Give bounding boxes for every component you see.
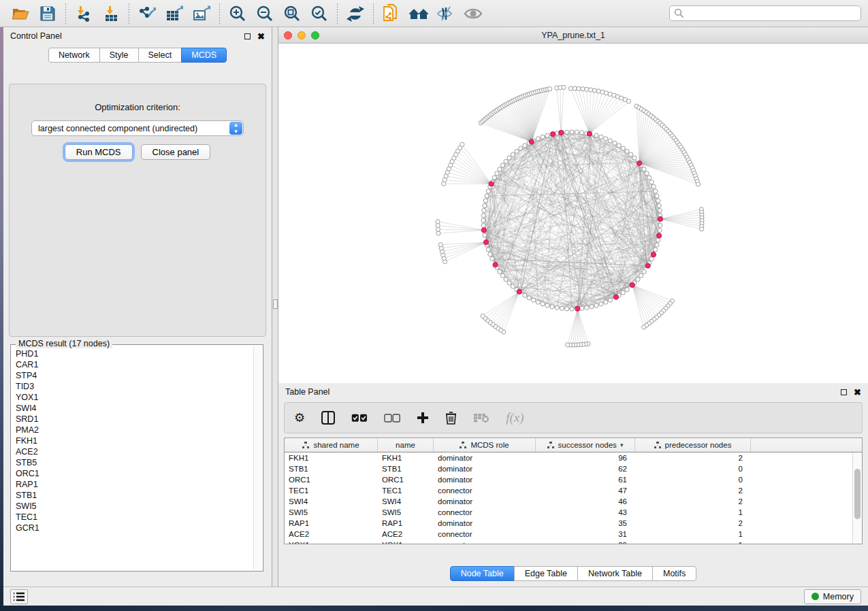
optimization-criterion-select[interactable]: largest connected component (undirected)…: [31, 120, 244, 136]
graph-hub-node[interactable]: [658, 216, 662, 221]
table-cell[interactable]: connector: [434, 540, 536, 544]
table-row[interactable]: FKH1FKH1dominator962: [285, 452, 862, 463]
tab-network[interactable]: Network: [48, 48, 100, 63]
graph-node[interactable]: [655, 243, 659, 247]
table-cell[interactable]: connector: [434, 485, 536, 496]
table-cell[interactable]: RAP1: [378, 518, 434, 529]
table-row[interactable]: STB1STB1dominator620: [285, 463, 862, 474]
tab-style[interactable]: Style: [99, 48, 139, 63]
graph-hub-node[interactable]: [587, 131, 592, 136]
graph-hub-node[interactable]: [645, 263, 650, 268]
graph-node[interactable]: [588, 88, 592, 92]
graph-node[interactable]: [523, 144, 527, 148]
table-cell[interactable]: FKH1: [285, 452, 378, 463]
graph-node[interactable]: [656, 199, 660, 203]
go-home-button[interactable]: [405, 2, 432, 25]
table-cell[interactable]: dominator: [434, 463, 536, 474]
export-image-button[interactable]: [188, 2, 215, 25]
column-header-shared-name[interactable]: shared name: [285, 438, 378, 452]
mcds-result-item[interactable]: SRD1: [16, 414, 253, 425]
graph-node[interactable]: [511, 284, 515, 288]
graph-node[interactable]: [436, 223, 440, 227]
table-row[interactable]: YOX1YOX1connector291: [285, 540, 862, 544]
graph-node[interactable]: [629, 152, 633, 156]
import-network-button[interactable]: [70, 2, 97, 25]
graph-node[interactable]: [483, 203, 487, 208]
mcds-result-item[interactable]: PHD1: [16, 348, 253, 359]
graph-node[interactable]: [649, 180, 654, 184]
mcds-result-item[interactable]: YOX1: [16, 392, 253, 403]
column-header-mcds-role[interactable]: MCDS role: [434, 438, 536, 452]
graph-node[interactable]: [645, 171, 649, 176]
graph-node[interactable]: [658, 228, 662, 232]
column-header-predecessor-nodes[interactable]: predecessor nodes: [635, 438, 751, 452]
graph-node[interactable]: [590, 305, 594, 309]
graph-node[interactable]: [562, 85, 566, 89]
graph-node[interactable]: [566, 343, 570, 347]
table-cell[interactable]: 96: [536, 452, 635, 463]
graph-node[interactable]: [498, 167, 502, 171]
close-panel-icon[interactable]: ✖: [257, 33, 265, 39]
float-panel-icon[interactable]: [244, 33, 251, 39]
graph-node[interactable]: [548, 87, 552, 91]
graph-hub-node[interactable]: [517, 289, 521, 294]
show-columns-button[interactable]: [321, 411, 335, 425]
table-scrollbar-thumb[interactable]: [854, 469, 861, 519]
import-table-button[interactable]: [97, 2, 125, 25]
graph-node[interactable]: [481, 314, 485, 318]
graph-node[interactable]: [541, 302, 545, 306]
splitter-handle[interactable]: [273, 299, 278, 309]
table-cell[interactable]: SWI5: [285, 507, 378, 518]
graph-node[interactable]: [490, 257, 494, 261]
graph-node[interactable]: [570, 130, 574, 134]
table-cell[interactable]: dominator: [434, 496, 536, 507]
table-cell[interactable]: TEC1: [378, 485, 434, 496]
graph-node[interactable]: [483, 233, 487, 237]
graph-node[interactable]: [649, 257, 654, 261]
vertical-splitter[interactable]: [272, 27, 278, 587]
table-cell[interactable]: dominator: [434, 518, 536, 529]
mcds-result-item[interactable]: FKH1: [16, 435, 253, 446]
mcds-result-item[interactable]: STP4: [16, 370, 253, 381]
graph-node[interactable]: [604, 137, 608, 141]
graph-node[interactable]: [504, 159, 508, 163]
mcds-result-item[interactable]: CAR1: [16, 359, 253, 370]
graph-node[interactable]: [577, 86, 581, 90]
graph-node[interactable]: [699, 227, 703, 231]
tab-edge-table[interactable]: Edge Table: [514, 566, 578, 581]
graph-node[interactable]: [550, 305, 554, 309]
graph-node[interactable]: [436, 231, 440, 235]
table-cell[interactable]: 1: [635, 507, 751, 518]
graph-node[interactable]: [696, 182, 700, 186]
graph-node[interactable]: [555, 306, 559, 310]
table-cell[interactable]: 29: [536, 540, 635, 544]
graph-node[interactable]: [657, 203, 661, 208]
tab-node-table[interactable]: Node Table: [450, 566, 515, 581]
graph-node[interactable]: [545, 303, 549, 308]
table-scrollbar[interactable]: [852, 452, 862, 544]
graph-node[interactable]: [507, 281, 511, 285]
table-cell[interactable]: SWI4: [285, 496, 378, 507]
table-cell[interactable]: 0: [635, 474, 751, 485]
mcds-result-item[interactable]: TEC1: [16, 512, 253, 523]
graph-node[interactable]: [604, 300, 608, 304]
graph-node[interactable]: [515, 149, 519, 153]
tab-motifs[interactable]: Motifs: [652, 566, 696, 581]
graph-node[interactable]: [498, 269, 502, 274]
graph-node[interactable]: [438, 243, 443, 247]
table-cell[interactable]: 2: [635, 485, 751, 496]
graph-node[interactable]: [485, 194, 489, 198]
column-header-successor-nodes[interactable]: successor nodes▾: [536, 438, 635, 452]
delete-column-button[interactable]: [445, 411, 457, 425]
graph-node[interactable]: [600, 90, 605, 94]
close-panel-button[interactable]: Close panel: [141, 144, 211, 160]
deselect-all-button[interactable]: [384, 414, 400, 423]
graph-node[interactable]: [642, 167, 646, 171]
graph-node[interactable]: [654, 189, 658, 193]
table-cell[interactable]: 2: [635, 518, 751, 529]
table-row[interactable]: ACE2ACE2connector311: [285, 529, 862, 540]
graph-node[interactable]: [625, 288, 629, 292]
table-cell[interactable]: STB1: [378, 463, 434, 474]
table-cell[interactable]: STB1: [285, 463, 378, 474]
graph-node[interactable]: [527, 296, 531, 300]
